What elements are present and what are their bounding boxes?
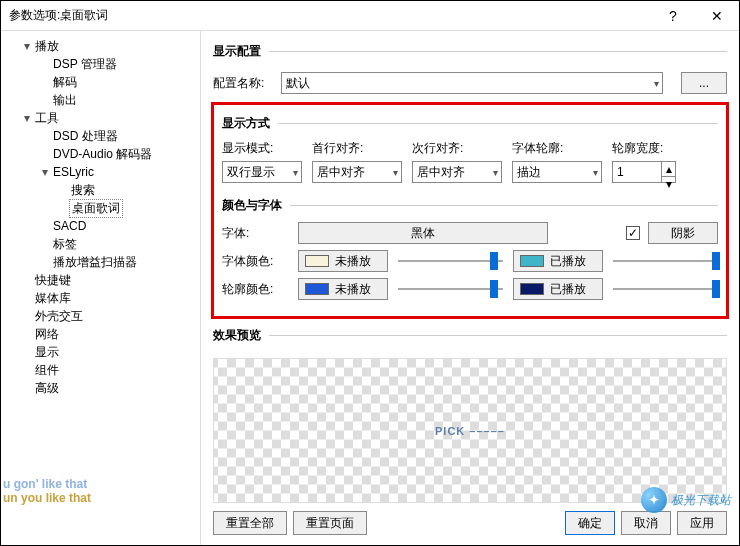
tree-item[interactable]: ▾工具 bbox=[5, 109, 196, 127]
tree-twisty-icon: ▾ bbox=[21, 39, 33, 53]
tree-item[interactable]: 高级 bbox=[5, 379, 196, 397]
section-label: 效果预览 bbox=[213, 327, 261, 344]
outline-select[interactable]: 描边▾ bbox=[512, 161, 602, 183]
config-name-label: 配置名称: bbox=[213, 75, 275, 92]
outline-color-notplayed-button[interactable]: 未播放 bbox=[298, 278, 388, 300]
tree-item[interactable]: 解码 bbox=[5, 73, 196, 91]
apply-button[interactable]: 应用 bbox=[677, 511, 727, 535]
section-display-config: 显示配置 bbox=[213, 43, 727, 60]
content: 显示配置 配置名称: 默认 ▾ ... 显示方式 bbox=[201, 31, 739, 545]
config-more-label: ... bbox=[699, 76, 709, 90]
tree-item[interactable]: 组件 bbox=[5, 361, 196, 379]
cancel-button[interactable]: 取消 bbox=[621, 511, 671, 535]
text-color-played-slider[interactable] bbox=[613, 250, 718, 272]
tree-item-label: 桌面歌词 bbox=[69, 199, 123, 218]
tree-item-label: DVD-Audio 解码器 bbox=[51, 146, 152, 163]
align1-label: 首行对齐: bbox=[312, 140, 402, 157]
tree-item-label: 工具 bbox=[33, 110, 59, 127]
outline-color-notplayed-slider[interactable] bbox=[398, 278, 503, 300]
tree-item-label: 搜索 bbox=[69, 182, 95, 199]
outline-width-spinner[interactable]: 1 ▴▾ bbox=[612, 161, 718, 183]
tree-item[interactable]: 播放增益扫描器 bbox=[5, 253, 196, 271]
tree-item[interactable]: DSD 处理器 bbox=[5, 127, 196, 145]
text-color-label: 字体颜色: bbox=[222, 253, 298, 270]
reset-page-button[interactable]: 重置页面 bbox=[293, 511, 367, 535]
ok-button[interactable]: 确定 bbox=[565, 511, 615, 535]
preview-area: PICK ––––– bbox=[213, 358, 727, 503]
preview-text: PICK ––––– bbox=[435, 425, 505, 437]
section-preview: 效果预览 bbox=[213, 327, 727, 344]
outline-color-played-button[interactable]: 已播放 bbox=[513, 278, 603, 300]
tree-item[interactable]: 标签 bbox=[5, 235, 196, 253]
tree-item[interactable]: DVD-Audio 解码器 bbox=[5, 145, 196, 163]
tree-item[interactable]: 搜索 bbox=[5, 181, 196, 199]
text-color-row: 字体颜色: 未播放 已播放 bbox=[222, 250, 718, 272]
shadow-checkbox[interactable]: ✓ bbox=[626, 226, 640, 240]
tree-item[interactable]: 媒体库 bbox=[5, 289, 196, 307]
chevron-down-icon: ▾ bbox=[654, 78, 659, 89]
outline-color-played-slider[interactable] bbox=[613, 278, 718, 300]
config-more-button[interactable]: ... bbox=[681, 72, 727, 94]
tree-item-label: 播放增益扫描器 bbox=[51, 254, 137, 271]
font-select-button[interactable]: 黑体 bbox=[298, 222, 548, 244]
tree-item-label: 显示 bbox=[33, 344, 59, 361]
tree-item[interactable]: 输出 bbox=[5, 91, 196, 109]
ghost-lyric-overlay: u gon' like that un you like that bbox=[3, 477, 91, 505]
align2-select[interactable]: 居中对齐▾ bbox=[412, 161, 502, 183]
tree-item-label: 播放 bbox=[33, 38, 59, 55]
section-label: 颜色与字体 bbox=[222, 197, 282, 214]
outline-width-label: 轮廓宽度: bbox=[612, 140, 718, 157]
tree-twisty-icon: ▾ bbox=[21, 111, 33, 125]
window: 参数选项:桌面歌词 ? ✕ ▾播放DSP 管理器解码输出▾工具DSD 处理器DV… bbox=[0, 0, 740, 546]
tree-item[interactable]: ▾ESLyric bbox=[5, 163, 196, 181]
tree-item-label: 标签 bbox=[51, 236, 77, 253]
ghost-lyric-line2: un you like that bbox=[3, 491, 91, 505]
shadow-button[interactable]: 阴影 bbox=[648, 222, 718, 244]
divider bbox=[290, 205, 718, 206]
section-color-font: 颜色与字体 bbox=[222, 197, 718, 214]
tree-item-label: 高级 bbox=[33, 380, 59, 397]
nav-tree[interactable]: ▾播放DSP 管理器解码输出▾工具DSD 处理器DVD-Audio 解码器▾ES… bbox=[1, 31, 201, 545]
close-button[interactable]: ✕ bbox=[695, 1, 739, 31]
align1-select[interactable]: 居中对齐▾ bbox=[312, 161, 402, 183]
chevron-down-icon: ▾ bbox=[393, 167, 398, 178]
help-button[interactable]: ? bbox=[651, 1, 695, 31]
tree-item[interactable]: DSP 管理器 bbox=[5, 55, 196, 73]
tree-item[interactable]: 网络 bbox=[5, 325, 196, 343]
align2-label: 次行对齐: bbox=[412, 140, 502, 157]
tree-item[interactable]: 显示 bbox=[5, 343, 196, 361]
text-color-played-button[interactable]: 已播放 bbox=[513, 250, 603, 272]
reset-all-button[interactable]: 重置全部 bbox=[213, 511, 287, 535]
outline-color-row: 轮廓颜色: 未播放 已播放 bbox=[222, 278, 718, 300]
tree-item-label: 网络 bbox=[33, 326, 59, 343]
text-color-notplayed-button[interactable]: 未播放 bbox=[298, 250, 388, 272]
section-display-mode: 显示方式 bbox=[222, 115, 718, 132]
swatch-icon bbox=[520, 255, 544, 267]
text-color-notplayed-slider[interactable] bbox=[398, 250, 503, 272]
tree-item-label: 组件 bbox=[33, 362, 59, 379]
tree-item[interactable]: 外壳交互 bbox=[5, 307, 196, 325]
tree-item[interactable]: 快捷键 bbox=[5, 271, 196, 289]
tree-item-label: 快捷键 bbox=[33, 272, 71, 289]
tree-twisty-icon: ▾ bbox=[39, 165, 51, 179]
swatch-icon bbox=[305, 255, 329, 267]
section-label: 显示配置 bbox=[213, 43, 261, 60]
config-name-select[interactable]: 默认 ▾ bbox=[281, 72, 663, 94]
titlebar: 参数选项:桌面歌词 ? ✕ bbox=[1, 1, 739, 31]
tree-item-label: 输出 bbox=[51, 92, 77, 109]
tree-item-label: ESLyric bbox=[51, 165, 94, 179]
divider bbox=[278, 123, 718, 124]
outline-color-label: 轮廓颜色: bbox=[222, 281, 298, 298]
font-row: 字体: 黑体 ✓ 阴影 bbox=[222, 222, 718, 244]
mode-label: 显示模式: bbox=[222, 140, 302, 157]
tree-item-label: 媒体库 bbox=[33, 290, 71, 307]
swatch-icon bbox=[520, 283, 544, 295]
swatch-icon bbox=[305, 283, 329, 295]
divider bbox=[269, 51, 727, 52]
tree-item[interactable]: 桌面歌词 bbox=[5, 199, 196, 217]
spinner-arrows[interactable]: ▴▾ bbox=[662, 161, 676, 183]
tree-item-label: DSP 管理器 bbox=[51, 56, 117, 73]
tree-item[interactable]: ▾播放 bbox=[5, 37, 196, 55]
display-mode-select[interactable]: 双行显示▾ bbox=[222, 161, 302, 183]
tree-item[interactable]: SACD bbox=[5, 217, 196, 235]
